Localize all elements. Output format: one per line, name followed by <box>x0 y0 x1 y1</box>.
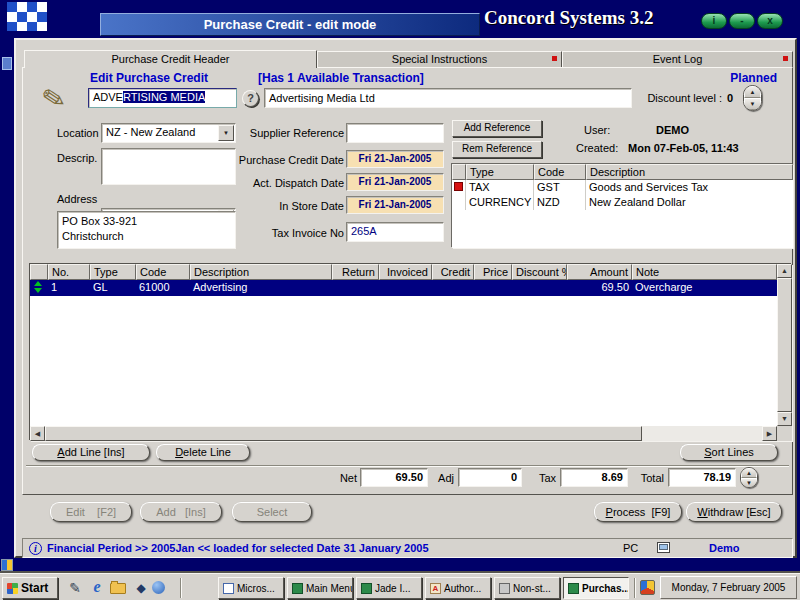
taskbar-task-nonstock[interactable]: Non-st... <box>494 577 560 599</box>
col-header-no[interactable]: No. <box>48 264 90 280</box>
taskbar-task-microsoft[interactable]: Micros... <box>218 577 284 599</box>
scroll-right-icon[interactable]: ▶ <box>762 426 777 441</box>
start-label: Start <box>21 581 48 595</box>
spin-up-icon[interactable]: ▲ <box>741 468 757 478</box>
spin-up-icon[interactable]: ▲ <box>744 86 761 98</box>
user-value: DEMO <box>656 124 726 137</box>
vertical-scroll-thumb[interactable] <box>777 278 792 412</box>
process-button[interactable]: Process [F9] <box>594 502 682 522</box>
supplier-name-field[interactable]: Advertising Media Ltd <box>264 88 632 108</box>
task-icon <box>499 583 510 594</box>
select-button[interactable]: Select <box>232 502 312 522</box>
row-handle-icon[interactable] <box>30 280 48 296</box>
tax-invoice-no-input[interactable]: 265A <box>346 222 444 242</box>
reference-table: Type Code Description TAX GST Goods and … <box>452 164 793 248</box>
taskbar-task-main-menu[interactable]: Main Menu <box>287 577 353 599</box>
tray-app-icon[interactable] <box>640 580 655 595</box>
taskbar-divider <box>634 578 636 598</box>
supplier-code-input[interactable]: ADVERTISING MEDIA <box>88 88 237 108</box>
ref-header-blank <box>452 164 466 180</box>
col-header-credit[interactable]: Credit <box>432 264 474 280</box>
titlebar: Purchase Credit - edit mode Concord Syst… <box>0 0 800 38</box>
delete-line-button[interactable]: Delete Line <box>156 444 250 461</box>
edit-button[interactable]: Edit [F2] <box>50 502 132 522</box>
cell-no: 1 <box>48 280 90 296</box>
col-header-note[interactable]: Note <box>632 264 777 280</box>
tax-label: Tax <box>524 472 556 485</box>
reference-row[interactable]: TAX GST Goods and Services Tax <box>452 180 793 195</box>
sort-lines-button[interactable]: Sort Lines <box>680 444 778 461</box>
minimize-button[interactable]: - <box>729 13 755 29</box>
vertical-scrollbar[interactable]: ▲ ▼ <box>777 264 792 426</box>
cell-note: Overcharge <box>632 280 777 296</box>
tax-field[interactable]: 8.69 <box>560 468 628 487</box>
quicklaunch-browser-icon[interactable] <box>152 581 165 594</box>
add-reference-button[interactable]: Add Reference <box>452 120 542 137</box>
col-header-description[interactable]: Description <box>190 264 332 280</box>
quicklaunch-media-icon[interactable]: ◆ <box>132 579 150 597</box>
col-header-invoiced[interactable]: Invoiced <box>379 264 432 280</box>
close-button[interactable]: x <box>757 13 783 29</box>
task-label: Author... <box>444 583 481 594</box>
tab-label: Purchase Credit Header <box>111 53 229 65</box>
add-button[interactable]: Add [Ins] <box>140 502 222 522</box>
horizontal-scrollbar[interactable]: ◀ ▶ <box>30 426 777 441</box>
location-combobox[interactable]: NZ - New Zealand ▼ <box>101 123 236 143</box>
add-line-button[interactable]: Add Line [Ins] <box>32 444 150 461</box>
taskbar-task-jade[interactable]: Jade I... <box>356 577 422 599</box>
cell-type: GL <box>90 280 136 296</box>
address-text-box[interactable]: PO Box 33-921 Christchurch <box>57 211 236 249</box>
discount-spinner[interactable]: ▲ ▼ <box>743 85 762 111</box>
supplier-reference-input[interactable] <box>346 123 444 143</box>
rem-reference-button[interactable]: Rem Reference <box>452 141 542 158</box>
col-header-amount[interactable]: Amount <box>567 264 632 280</box>
reference-row[interactable]: CURRENCY NZD New Zealand Dollar <box>452 195 793 210</box>
horizontal-scroll-thumb[interactable] <box>45 426 642 441</box>
total-field[interactable]: 78.19 <box>668 468 736 487</box>
ref-header-type[interactable]: Type <box>466 164 534 180</box>
purchase-credit-date-field[interactable]: Fri 21-Jan-2005 <box>346 150 444 168</box>
scroll-up-icon[interactable]: ▲ <box>777 264 792 278</box>
supplier-code-typed: ADVE <box>93 91 123 103</box>
ref-header-code[interactable]: Code <box>534 164 586 180</box>
quicklaunch-edit-icon[interactable]: ✎ <box>66 579 84 597</box>
taskbar-divider <box>180 578 182 598</box>
windows-logo-icon <box>7 583 18 594</box>
tab-event-log[interactable]: Event Log <box>562 51 793 67</box>
descrip-textarea[interactable] <box>101 148 236 185</box>
col-header-discount[interactable]: Discount % <box>512 264 567 280</box>
spin-down-icon[interactable]: ▼ <box>744 98 761 110</box>
col-header-code[interactable]: Code <box>136 264 190 280</box>
total-spinner[interactable]: ▲ ▼ <box>740 467 758 488</box>
help-button[interactable]: ? <box>242 90 259 107</box>
supplier-code-selected: RTISING MEDIA <box>123 91 205 103</box>
scroll-down-icon[interactable]: ▼ <box>777 412 792 426</box>
withdraw-button[interactable]: Withdraw [Esc] <box>686 502 782 522</box>
act-dispatch-date-field[interactable]: Fri 21-Jan-2005 <box>346 173 444 191</box>
scroll-left-icon[interactable]: ◀ <box>30 426 45 441</box>
in-store-date-field[interactable]: Fri 21-Jan-2005 <box>346 196 444 214</box>
created-value: Mon 07-Feb-05, 11:43 <box>628 142 788 155</box>
ref-type-cell: CURRENCY <box>466 195 534 210</box>
quicklaunch-folder-icon[interactable] <box>110 583 126 594</box>
taskbar-task-purchase-active[interactable]: Purchas... <box>563 577 629 599</box>
tab-label: Event Log <box>653 53 703 65</box>
col-header-return[interactable]: Return <box>332 264 379 280</box>
window-title: Purchase Credit - edit mode <box>100 13 480 36</box>
task-label: Purchas... <box>582 583 629 594</box>
ref-type-cell: TAX <box>466 180 534 195</box>
info-window-button[interactable]: i <box>701 13 727 29</box>
ref-header-description[interactable]: Description <box>586 164 793 180</box>
quicklaunch-ie-icon[interactable]: e <box>88 578 106 596</box>
adj-field[interactable]: 0 <box>458 468 522 487</box>
col-header-type[interactable]: Type <box>90 264 136 280</box>
tab-special-instructions[interactable]: Special Instructions <box>317 51 562 67</box>
start-button[interactable]: Start <box>2 577 58 599</box>
clock-panel[interactable]: Monday, 7 February 2005 <box>660 576 797 599</box>
info-icon: i <box>29 542 42 555</box>
net-field[interactable]: 69.50 <box>360 468 428 487</box>
col-header-price[interactable]: Price <box>474 264 512 280</box>
tab-purchase-credit-header[interactable]: Purchase Credit Header <box>24 50 317 68</box>
taskbar-task-author[interactable]: A Author... <box>425 577 491 599</box>
line-row-selected[interactable]: 1 GL 61000 Advertising 69.50 Overcharge <box>30 280 777 296</box>
